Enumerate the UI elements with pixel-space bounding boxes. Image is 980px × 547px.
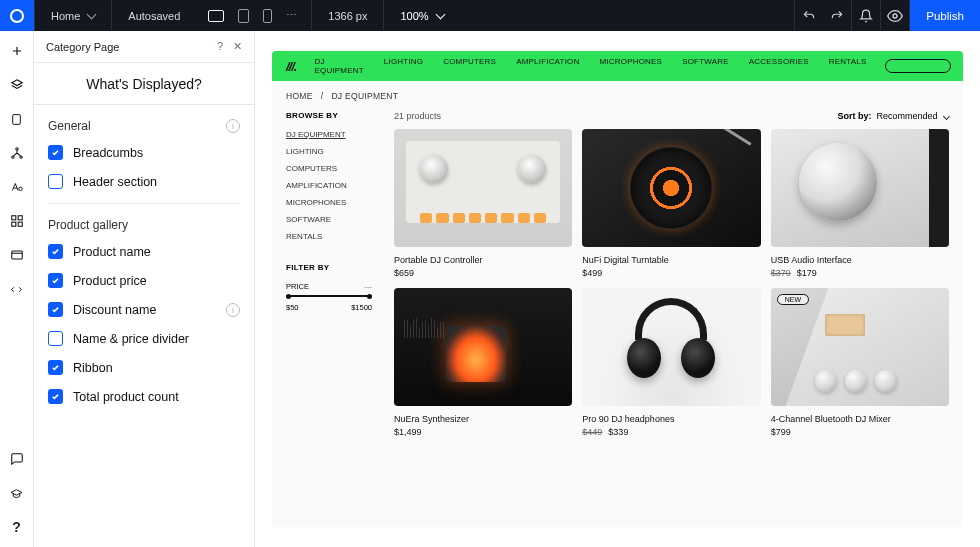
page-preview[interactable]: ///. DJ EQUIPMENT LIGHTING COMPUTERS AMP… [272,51,963,527]
product-old-price: $379 [771,268,791,278]
category-item[interactable]: DJ EQUIPMENT [286,130,372,139]
panel-section-title: What's Displayed? [34,63,254,105]
category-item[interactable]: COMPUTERS [286,164,372,173]
redo-button[interactable] [823,0,851,31]
app-logo[interactable] [0,0,34,31]
info-icon[interactable]: i [226,303,240,317]
search-input[interactable] [885,59,951,73]
crumb-home[interactable]: HOME [286,91,313,101]
svg-rect-10 [11,251,22,259]
toggle-header-section[interactable]: Header section [48,174,240,189]
store-logo[interactable]: ///. [286,59,296,74]
viewport-width[interactable]: 1366 px [312,0,383,31]
notifications-button[interactable] [852,0,880,31]
checkbox-unchecked-icon [48,331,63,346]
product-card[interactable]: USB Audio Interface $379$179 [771,129,949,278]
toggle-product-name[interactable]: Product name [48,244,240,259]
toggle-product-price[interactable]: Product price [48,273,240,288]
publish-button[interactable]: Publish [910,0,980,31]
help-icon[interactable]: ? [9,519,25,535]
autosave-label: Autosaved [128,10,180,22]
product-card[interactable]: NEW 4-Channel Bluetooth DJ Mixer $799 [771,288,949,437]
product-card[interactable]: Portable DJ Controller $659 [394,129,572,278]
user-icon[interactable] [961,61,964,72]
toggle-ribbon[interactable]: Ribbon [48,360,240,375]
tablet-icon[interactable] [238,9,249,23]
code-icon[interactable] [9,281,25,297]
svg-point-0 [893,14,897,18]
toggle-label: Header section [73,175,157,189]
section-label-gallery: Product gallery [48,218,128,232]
category-item[interactable]: RENTALS [286,232,372,241]
toggle-discount-name[interactable]: Discount name i [48,302,240,317]
settings-panel: Category Page ? ✕ What's Displayed? Gene… [34,31,255,547]
product-image [394,288,572,406]
more-devices-icon[interactable]: ⋯ [286,9,299,22]
info-icon[interactable]: i [226,119,240,133]
category-item[interactable]: LIGHTING [286,147,372,156]
product-card[interactable]: NuFi Digital Turntable $499 [582,129,760,278]
toggle-label: Breadcumbs [73,146,143,160]
undo-button[interactable] [795,0,823,31]
preview-button[interactable] [881,0,909,31]
pages-icon[interactable] [9,111,25,127]
category-sidebar: BROWSE BY DJ EQUIPMENT LIGHTING COMPUTER… [286,111,372,437]
desktop-icon[interactable] [208,10,224,22]
nav-item[interactable]: ACCESSORIES [749,57,809,75]
apps-icon[interactable] [9,213,25,229]
site-structure-icon[interactable] [9,145,25,161]
panel-help-icon[interactable]: ? [217,40,223,53]
product-card[interactable]: Pro 90 DJ headphones $449$339 [582,288,760,437]
add-icon[interactable] [9,43,25,59]
toggle-label: Product price [73,274,147,288]
sort-value[interactable]: Recommended [876,111,937,121]
chat-icon[interactable] [9,451,25,467]
svg-point-3 [11,156,13,158]
checkbox-unchecked-icon [48,174,63,189]
toggle-label: Product name [73,245,151,259]
typography-icon[interactable] [9,179,25,195]
nav-item[interactable]: DJ EQUIPMENT [314,57,363,75]
publish-label: Publish [926,10,964,22]
nav-item[interactable]: COMPUTERS [443,57,496,75]
toggle-label: Name & price divider [73,332,189,346]
svg-rect-1 [13,114,21,124]
nav-item[interactable]: MICROPHONES [599,57,662,75]
page-selector[interactable]: Home [35,0,111,31]
category-item[interactable]: AMPLIFICATION [286,181,372,190]
toggle-name-price-divider[interactable]: Name & price divider [48,331,240,346]
toggle-breadcrumbs[interactable]: Breadcumbs [48,145,240,160]
product-image: NEW [771,288,949,406]
zoom-label: 100% [400,10,428,22]
nav-item[interactable]: SOFTWARE [682,57,729,75]
product-image [582,288,760,406]
section-label-general: General [48,119,91,133]
price-slider[interactable] [286,295,372,297]
product-name: Portable DJ Controller [394,255,572,265]
phone-icon[interactable] [263,9,272,23]
zoom-selector[interactable]: 100% [384,0,459,31]
product-card[interactable]: NuEra Synthesizer $1,499 [394,288,572,437]
device-switcher: ⋯ [208,9,299,23]
cms-icon[interactable] [9,247,25,263]
panel-close-icon[interactable]: ✕ [233,40,242,53]
breadcrumb: HOME / DJ EQUIPMENT [272,81,963,111]
price-max: $1500 [351,303,372,312]
checkbox-checked-icon [48,145,63,160]
category-item[interactable]: MICROPHONES [286,198,372,207]
left-rail: ? [0,31,34,547]
nav-item[interactable]: AMPLIFICATION [516,57,579,75]
toggle-total-count[interactable]: Total product count [48,389,240,404]
toggle-label: Discount name [73,303,156,317]
layers-icon[interactable] [9,77,25,93]
category-item[interactable]: SOFTWARE [286,215,372,224]
product-price: $799 [771,427,791,437]
nav-item[interactable]: LIGHTING [384,57,423,75]
product-grid: Portable DJ Controller $659 NuFi Digital… [394,129,949,437]
toggle-label: Ribbon [73,361,113,375]
product-price: $1,499 [394,427,422,437]
nav-item[interactable]: RENTALS [829,57,867,75]
learn-icon[interactable] [9,485,25,501]
svg-rect-8 [11,222,15,226]
price-label: PRICE [286,282,309,291]
